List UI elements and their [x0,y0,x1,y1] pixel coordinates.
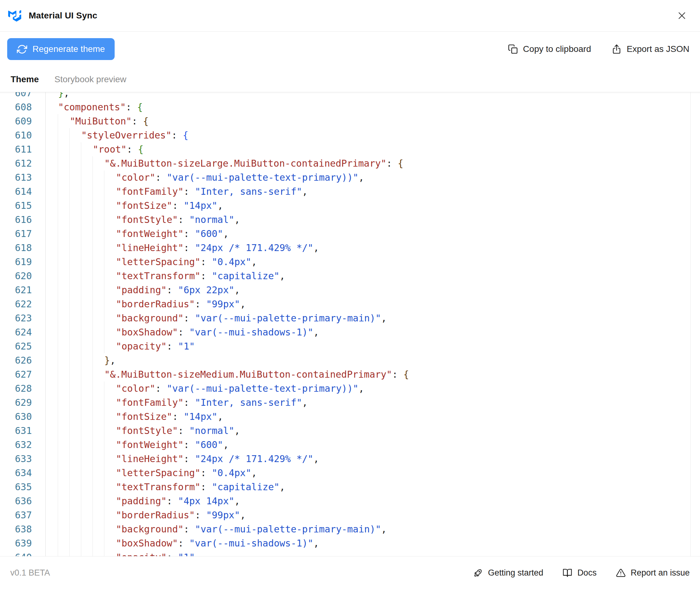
code-line: 637"borderRadius": "99px", [0,508,700,522]
code-text: "&.MuiButton-sizeLarge.MuiButton-contain… [46,156,403,170]
code-editor[interactable]: 607},608"components": {609"MuiButton": {… [0,92,700,556]
code-line: 608"components": { [0,100,700,114]
code-line: 627"&.MuiButton-sizeMedium.MuiButton-con… [0,367,700,381]
line-number: 629 [0,395,46,410]
code-line: 612"&.MuiButton-sizeLarge.MuiButton-cont… [0,156,700,170]
regenerate-theme-label: Regenerate theme [32,44,105,54]
code-line: 621"padding": "6px 22px", [0,283,700,297]
footer: v0.1 BETA Getting started Docs [0,556,700,589]
code-text: "lineHeight": "24px /* 171.429% */", [46,241,319,255]
line-number: 632 [0,438,46,452]
export-as-json-label: Export as JSON [627,44,689,54]
code-text: "letterSpacing": "0.4px", [46,255,257,269]
code-text: "borderRadius": "99px", [46,508,246,522]
app-title: Material UI Sync [29,11,97,21]
code-line: 639"boxShadow": "var(--mui-shadows-1)", [0,536,700,550]
line-number: 640 [0,550,46,556]
code-line: 617"fontWeight": "600", [0,227,700,241]
refresh-icon [17,44,27,54]
code-line: 615"fontSize": "14px", [0,199,700,213]
code-text: "letterSpacing": "0.4px", [46,466,257,480]
line-number: 633 [0,452,46,466]
tab-theme[interactable]: Theme [11,74,39,84]
line-number: 624 [0,325,46,339]
code-text: "fontStyle": "normal", [46,213,240,227]
code-text: "fontFamily": "Inter, sans-serif", [46,395,308,410]
line-number: 619 [0,255,46,269]
line-number: 610 [0,128,46,142]
code-line: 619"letterSpacing": "0.4px", [0,255,700,269]
docs-label: Docs [577,568,597,578]
regenerate-theme-button[interactable]: Regenerate theme [7,38,115,60]
line-number: 612 [0,156,46,170]
report-an-issue-label: Report an issue [631,568,690,578]
code-line: 609"MuiButton": { [0,114,700,128]
close-button[interactable] [674,8,689,23]
code-line: 640"opacity": "1" [0,550,700,556]
code-line: 618"lineHeight": "24px /* 171.429% */", [0,241,700,255]
line-number: 630 [0,410,46,424]
book-icon [563,568,572,578]
line-number: 625 [0,339,46,353]
code-text: "components": { [46,100,143,114]
tab-bar: Theme Storybook preview [0,66,700,92]
line-number: 635 [0,480,46,494]
line-number: 636 [0,494,46,508]
export-icon [612,44,622,54]
code-text: }, [46,353,115,367]
rocket-icon [473,568,483,578]
line-number: 607 [0,92,46,100]
line-number: 621 [0,283,46,297]
titlebar: Material UI Sync [0,0,700,32]
line-number: 638 [0,522,46,536]
code-line: 631"fontStyle": "normal", [0,424,700,438]
toolbar: Regenerate theme Copy to clipboard Expor… [0,32,700,66]
code-line: 635"textTransform": "capitalize", [0,480,700,494]
line-number: 620 [0,269,46,283]
line-number: 634 [0,466,46,480]
code-line: 633"lineHeight": "24px /* 171.429% */", [0,452,700,466]
line-number: 639 [0,536,46,550]
tab-storybook-preview[interactable]: Storybook preview [54,74,126,84]
line-number: 628 [0,381,46,395]
code-text: "color": "var(--mui-palette-text-primary… [46,381,364,395]
code-text: "fontFamily": "Inter, sans-serif", [46,184,308,199]
code-text: "lineHeight": "24px /* 171.429% */", [46,452,319,466]
code-text: "padding": "6px 22px", [46,283,240,297]
line-number: 626 [0,353,46,367]
code-text: "styleOverrides": { [46,128,189,142]
code-line: 616"fontStyle": "normal", [0,213,700,227]
docs-link[interactable]: Docs [563,568,597,578]
code-text: "textTransform": "capitalize", [46,480,285,494]
copy-icon [508,44,518,54]
copy-to-clipboard-label: Copy to clipboard [523,44,591,54]
code-line: 632"fontWeight": "600", [0,438,700,452]
line-number: 614 [0,184,46,199]
line-number: 623 [0,311,46,325]
code-line: 628"color": "var(--mui-palette-text-prim… [0,381,700,395]
line-number: 615 [0,199,46,213]
code-line: 624"boxShadow": "var(--mui-shadows-1)", [0,325,700,339]
line-number: 631 [0,424,46,438]
code-text: "padding": "4px 14px", [46,494,240,508]
version-label: v0.1 BETA [10,568,50,578]
code-text: "MuiButton": { [46,114,149,128]
code-text: }, [46,92,69,100]
line-number: 627 [0,367,46,381]
code-text: "opacity": "1" [46,339,195,353]
code-line: 611"root": { [0,142,700,156]
copy-to-clipboard-button[interactable]: Copy to clipboard [508,44,591,54]
warning-icon [616,568,626,578]
code-text: "fontWeight": "600", [46,438,229,452]
line-number: 616 [0,213,46,227]
mui-logo-icon [8,10,21,22]
code-line: 630"fontSize": "14px", [0,410,700,424]
export-as-json-button[interactable]: Export as JSON [612,44,689,54]
line-number: 618 [0,241,46,255]
line-number: 637 [0,508,46,522]
code-line: 634"letterSpacing": "0.4px", [0,466,700,480]
report-an-issue-link[interactable]: Report an issue [616,568,690,578]
code-text: "background": "var(--mui-palette-primary… [46,311,387,325]
getting-started-link[interactable]: Getting started [473,568,543,578]
line-number: 608 [0,100,46,114]
